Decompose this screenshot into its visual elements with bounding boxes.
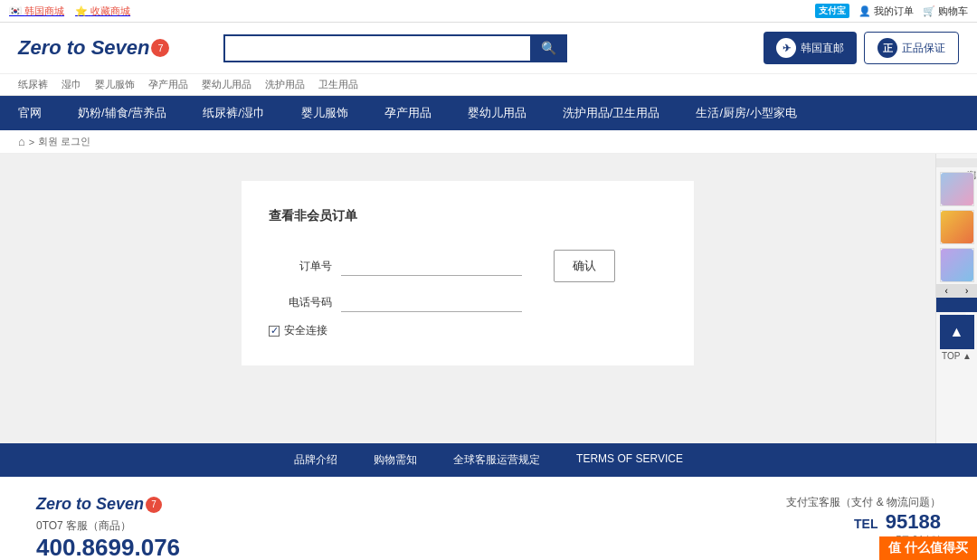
cart-label: 购物车 (938, 5, 968, 18)
sub-nav-item-diapers[interactable]: 纸尿裤 (18, 78, 48, 91)
sub-nav-item-clothes[interactable]: 婴儿服饰 (95, 78, 135, 91)
order-no-input[interactable] (341, 257, 522, 276)
genuine-button[interactable]: 正 正品保证 (864, 32, 959, 64)
safe-checkbox[interactable] (269, 326, 280, 337)
main-nav-formula[interactable]: 奶粉/辅食/营养品 (60, 96, 185, 130)
my-orders-label: 我的订单 (874, 5, 914, 18)
sidebar-top-button[interactable]: ▲ (940, 315, 974, 349)
product-image-1 (941, 173, 973, 205)
sub-nav: 纸尿裤 湿巾 婴儿服饰 孕产用品 婴幼儿用品 洗护用品 卫生用品 (0, 74, 977, 96)
main-nav-maternity[interactable]: 孕产用品 (366, 96, 450, 130)
footer-company: 0TO7 客服（商品） 400.8699.076 工作 09:00 - 18:0… (36, 518, 592, 560)
product-image-3 (941, 249, 973, 281)
footer-tel-label: TEL (854, 517, 877, 531)
footer-company-name: 0TO7 客服（商品） (36, 518, 592, 534)
sidebar-product-1[interactable] (940, 172, 974, 206)
footer-left: Zero to Seven 7 0TO7 客服（商品） 400.8699.076… (36, 495, 592, 560)
sidebar-product-2[interactable] (940, 210, 974, 244)
alipay-icon: 支付宝 (815, 4, 849, 18)
top-bar: 🇰🇷 韩国商城 ⭐ 收藏商城 支付宝 👤 我的订单 🛒 购物车 (0, 0, 977, 23)
footer-support-title: 支付宝客服（支付 & 物流问题） (786, 495, 941, 510)
watermark: 值 什么值得买 (879, 536, 977, 560)
search-input[interactable] (223, 34, 530, 62)
footer-info: Zero to Seven 7 0TO7 客服（商品） 400.8699.076… (0, 477, 977, 560)
star-icon: ⭐ (75, 5, 88, 16)
footer-tel-row: TEL 95188 (786, 510, 941, 534)
genuine-icon: 正 (877, 38, 897, 58)
main-nav-baby-clothes[interactable]: 婴儿服饰 (283, 96, 366, 130)
breadcrumb-separator: > (29, 137, 34, 147)
logo-num: 7 (151, 39, 169, 57)
logo-text: Zero to Seven (18, 36, 149, 60)
sidebar-product-3[interactable] (940, 248, 974, 282)
sub-nav-item-care[interactable]: 洗护用品 (265, 78, 305, 91)
cart-link[interactable]: 🛒 购物车 (923, 5, 968, 18)
safe-check-row: 安全连接 (269, 323, 667, 338)
korea-flag: 🇰🇷 (9, 5, 22, 16)
sidebar-top-label: TOP ▲ (942, 351, 972, 361)
footer-nav-brand[interactable]: 品牌介绍 (294, 452, 337, 468)
search-button[interactable]: 🔍 (530, 34, 567, 62)
sidebar-nav: ‹ › (936, 284, 977, 298)
cart-icon: 🛒 (923, 5, 935, 17)
right-sidebar: 浏览 ‹ › 联系客服 ▲ TOP ▲ (935, 154, 977, 443)
footer-nav-global-service[interactable]: 全球客服运营规定 (453, 452, 540, 468)
top-bar-right: 支付宝 👤 我的订单 🛒 购物车 (815, 4, 968, 18)
footer-nav: 品牌介绍 购物需知 全球客服运营规定 TERMS OF SERVICE (0, 443, 977, 477)
footer-logo-num: 7 (146, 497, 162, 513)
direct-shipping-button[interactable]: ✈ 韩国直邮 (764, 32, 857, 64)
korea-shop-label: 韩国商城 (24, 5, 64, 16)
content-wrapper: 查看非会员订单 订单号 确认 电话号码 安全连接 浏览 (0, 154, 977, 443)
order-form: 查看非会员订单 订单号 确认 电话号码 安全连接 (242, 181, 694, 365)
phone-row: 电话号码 (269, 293, 667, 312)
my-orders-link[interactable]: 👤 我的订单 (858, 5, 914, 18)
order-form-title: 查看非会员订单 (269, 208, 667, 232)
main-nav-care-hygiene[interactable]: 洗护用品/卫生用品 (545, 96, 678, 130)
footer-logo: Zero to Seven 7 (36, 495, 592, 514)
main-nav-official[interactable]: 官网 (0, 96, 60, 130)
top-arrow-icon: ▲ (950, 324, 964, 340)
safe-check-label: 安全连接 (284, 323, 327, 338)
logo[interactable]: Zero to Seven 7 (18, 36, 169, 60)
favorites-link[interactable]: ⭐ 收藏商城 (75, 5, 130, 18)
alipay-link[interactable]: 支付宝 (815, 4, 849, 18)
main-nav-infant[interactable]: 婴幼儿用品 (450, 96, 545, 130)
sidebar-next-button[interactable]: › (957, 284, 978, 298)
breadcrumb: ⌂ > 회원 로그인 (0, 130, 977, 154)
footer-nav-terms[interactable]: TERMS OF SERVICE (576, 452, 683, 468)
sidebar-top-section: ▲ TOP ▲ (936, 315, 977, 361)
genuine-label: 正品保证 (902, 41, 945, 56)
footer-phone: 400.8699.076 (36, 534, 592, 560)
sub-nav-item-maternity[interactable]: 孕产用品 (148, 78, 188, 91)
main-nav: 官网 奶粉/辅食/营养品 纸尿裤/湿巾 婴儿服饰 孕产用品 婴幼儿用品 洗护用品… (0, 96, 977, 130)
watermark-text: 值 什么值得买 (888, 540, 968, 555)
main-content: 查看非会员订单 订单号 确认 电话号码 安全连接 (0, 154, 935, 443)
phone-input[interactable] (341, 293, 522, 312)
sidebar-browse-label: 浏览 (936, 158, 977, 167)
product-image-2 (941, 211, 973, 243)
main-nav-diapers[interactable]: 纸尿裤/湿巾 (185, 96, 283, 130)
breadcrumb-current: 회원 로그인 (38, 135, 90, 148)
footer-logo-text: Zero to Seven (36, 495, 144, 514)
footer-nav-shopping[interactable]: 购物需知 (374, 452, 417, 468)
phone-label: 电话号码 (269, 295, 332, 310)
order-no-label: 订单号 (269, 259, 332, 274)
confirm-button[interactable]: 确认 (554, 250, 615, 282)
sidebar-contact-button[interactable]: 联系客服 (936, 298, 977, 312)
sidebar-prev-button[interactable]: ‹ (936, 284, 957, 298)
sub-nav-item-wipes[interactable]: 湿巾 (62, 78, 81, 91)
header: Zero to Seven 7 🔍 ✈ 韩国直邮 正 正品保证 (0, 23, 977, 74)
breadcrumb-home[interactable]: ⌂ (18, 135, 25, 148)
footer-tel-number: 95188 (886, 510, 941, 533)
favorites-label: 收藏商城 (90, 5, 130, 16)
korea-shop-link[interactable]: 🇰🇷 韩国商城 (9, 5, 64, 18)
main-nav-home[interactable]: 生活/厨房/小型家电 (678, 96, 814, 130)
sub-nav-item-baby[interactable]: 婴幼儿用品 (202, 78, 251, 91)
sub-nav-item-hygiene[interactable]: 卫生用品 (318, 78, 358, 91)
search-bar: 🔍 (223, 34, 567, 62)
plane-icon: ✈ (776, 38, 796, 58)
header-links: ✈ 韩国直邮 正 正品保证 (764, 32, 959, 64)
direct-shipping-label: 韩国直邮 (801, 41, 844, 56)
top-bar-left: 🇰🇷 韩国商城 ⭐ 收藏商城 (9, 5, 130, 18)
person-icon: 👤 (858, 5, 871, 17)
